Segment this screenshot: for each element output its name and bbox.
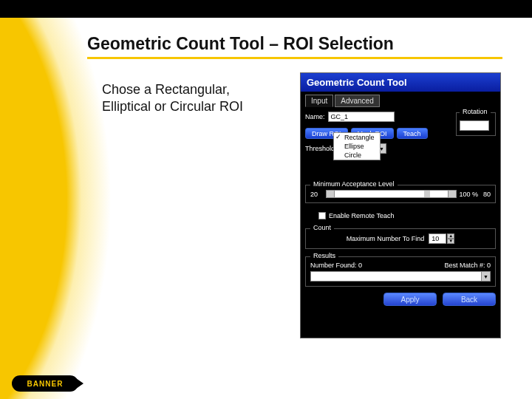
teach-button[interactable]: Teach	[397, 128, 428, 139]
dropdown-item-ellipse[interactable]: Ellipse	[334, 142, 380, 151]
logo-arrow-icon	[76, 378, 83, 389]
slide-content: Geometric Count Tool – ROI Selection Cho…	[0, 18, 532, 399]
panel-title: Geometric Count Tool	[301, 73, 500, 92]
remote-teach-checkbox[interactable]	[318, 212, 326, 219]
name-label: Name:	[305, 113, 325, 120]
rotation-group: Rotation	[456, 112, 496, 136]
rotation-field[interactable]	[460, 120, 489, 131]
spinner-down-icon[interactable]: ▼	[447, 239, 454, 244]
apply-button[interactable]: Apply	[383, 293, 437, 306]
count-group: Count Maximum Number To Find 10 ▲ ▼	[305, 228, 496, 249]
min-acceptance-group: Minimum Acceptance Level 20 100 % 80	[305, 185, 496, 203]
best-match-label: Best Match #: 0	[444, 262, 491, 269]
max-find-spinner[interactable]: 10 ▲ ▼	[429, 233, 454, 244]
tab-advanced[interactable]: Advanced	[335, 95, 379, 107]
tab-bar: Input Advanced	[305, 95, 496, 107]
banner-logo: BANNER	[12, 375, 78, 392]
name-field[interactable]: GC_1	[328, 112, 395, 122]
chevron-down-icon: ▼	[481, 272, 490, 281]
min-acceptance-title: Minimum Acceptance Level	[310, 180, 398, 188]
results-select[interactable]: ▼	[310, 271, 491, 282]
slide-title: Geometric Count Tool – ROI Selection	[87, 34, 502, 59]
acc-pct-label: 100 %	[459, 191, 478, 198]
rotation-label: Rotation	[460, 108, 491, 115]
back-button[interactable]: Back	[443, 293, 496, 306]
dropdown-item-rectangle[interactable]: Rectangle	[334, 133, 380, 142]
results-title: Results	[310, 252, 338, 259]
number-found-label: Number Found: 0	[310, 262, 362, 269]
results-group: Results Number Found: 0 Best Match #: 0 …	[305, 256, 496, 287]
slide-body-text: Chose a Rectangular, Elliptical or Circu…	[102, 81, 279, 115]
acc-low-label: 20	[310, 191, 324, 198]
acc-value: 80	[483, 191, 491, 198]
top-black-bar	[0, 0, 532, 18]
tab-input[interactable]: Input	[305, 95, 333, 107]
remote-teach-label: Enable Remote Teach	[329, 212, 394, 219]
geometric-count-tool-panel: Geometric Count Tool Input Advanced Name…	[300, 72, 501, 338]
count-title: Count	[310, 224, 334, 231]
threshold-label: Threshold	[305, 145, 335, 152]
logo-text: BANNER	[27, 380, 64, 388]
acceptance-slider[interactable]	[326, 190, 457, 198]
max-find-label: Maximum Number To Find	[347, 235, 424, 242]
dropdown-item-circle[interactable]: Circle	[334, 151, 380, 160]
spinner-up-icon[interactable]: ▲	[447, 233, 454, 239]
max-find-value[interactable]: 10	[429, 233, 446, 244]
roi-shape-dropdown: Rectangle Ellipse Circle	[333, 132, 381, 160]
